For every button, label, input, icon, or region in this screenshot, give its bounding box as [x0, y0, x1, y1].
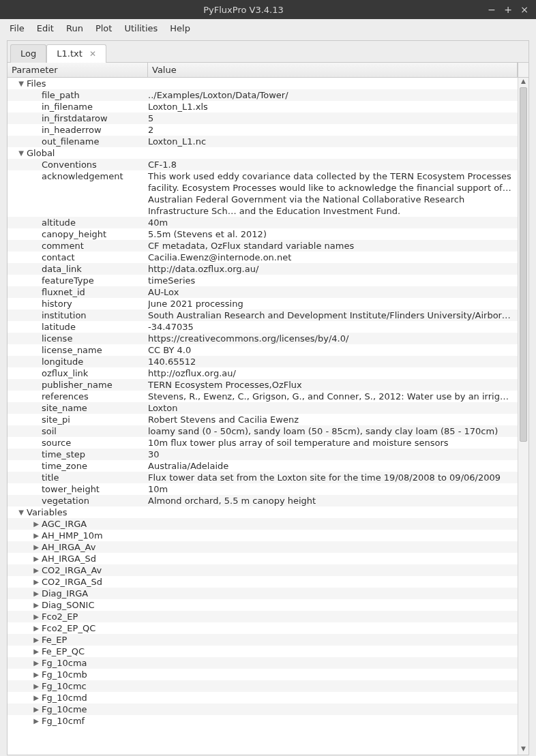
tree-var-Diag_IRGA[interactable]: ▶Diag_IRGA	[8, 588, 518, 599]
tree-var-Fe_EP_QC[interactable]: ▶Fe_EP_QC	[8, 646, 518, 657]
tree-leaf-site_pi[interactable]: site_piRobert Stevens and Cacilia Ewenz	[8, 414, 518, 425]
column-parameter[interactable]: Parameter	[8, 63, 148, 77]
value-cell: https://creativecommons.org/licenses/by/…	[148, 333, 518, 344]
tree-leaf-time_step[interactable]: time_step30	[8, 449, 518, 460]
tree-leaf-publisher_name[interactable]: publisher_nameTERN Ecosystem Processes,O…	[8, 379, 518, 391]
chevron-right-icon[interactable]: ▶	[32, 588, 40, 599]
tree-node-files[interactable]: ▼Files	[8, 78, 518, 89]
column-value[interactable]: Value	[148, 63, 518, 77]
param-label: file_path	[42, 89, 80, 101]
tree-var-CO2_IRGA_Av[interactable]: ▶CO2_IRGA_Av	[8, 564, 518, 576]
tree-leaf-references[interactable]: referencesStevens, R., Ewenz, C., Grigso…	[8, 391, 518, 402]
tree-leaf-file_path[interactable]: file_path../Examples/Loxton/Data/Tower/	[8, 89, 518, 101]
param-label: Fg_10cme	[42, 704, 87, 715]
value-cell: timeSeries	[148, 275, 518, 286]
tree-leaf-latitude[interactable]: latitude-34.47035	[8, 321, 518, 333]
tree-leaf-vegetation[interactable]: vegetationAlmond orchard, 5.5 m canopy h…	[8, 495, 518, 506]
tree-leaf-acknowledgement[interactable]: acknowledgementThis work used eddy covar…	[8, 170, 518, 217]
chevron-right-icon[interactable]: ▶	[32, 553, 40, 564]
tree-var-Fg_10cmf[interactable]: ▶Fg_10cmf	[8, 715, 518, 727]
vertical-scrollbar[interactable]: ▲ ▼	[518, 78, 528, 755]
chevron-right-icon[interactable]: ▶	[32, 646, 40, 657]
menu-file[interactable]: File	[10, 23, 25, 33]
tree-node-variables[interactable]: ▼Variables	[8, 506, 518, 518]
tree-leaf-contact[interactable]: contactCacilia.Ewenz@internode.on.net	[8, 252, 518, 263]
tree-var-Fco2_EP[interactable]: ▶Fco2_EP	[8, 611, 518, 622]
chevron-down-icon[interactable]: ▼	[17, 506, 25, 518]
menu-plot[interactable]: Plot	[95, 23, 113, 33]
chevron-right-icon[interactable]: ▶	[32, 715, 40, 727]
tree-var-Fg_10cma[interactable]: ▶Fg_10cma	[8, 657, 518, 669]
chevron-right-icon[interactable]: ▶	[32, 622, 40, 634]
tree-leaf-tower_height[interactable]: tower_height10m	[8, 483, 518, 495]
menu-utilities[interactable]: Utilities	[124, 23, 158, 33]
tree-var-Fg_10cmc[interactable]: ▶Fg_10cmc	[8, 680, 518, 692]
param-label: publisher_name	[42, 379, 113, 391]
tab-close-icon[interactable]: ✕	[89, 49, 96, 59]
chevron-right-icon[interactable]: ▶	[32, 611, 40, 622]
tree-leaf-data_link[interactable]: data_linkhttp://data.ozflux.org.au/	[8, 263, 518, 275]
maximize-icon[interactable]: +	[502, 4, 514, 15]
minimize-icon[interactable]: −	[486, 4, 498, 15]
tree-var-Fg_10cmd[interactable]: ▶Fg_10cmd	[8, 692, 518, 704]
tree-leaf-time_zone[interactable]: time_zoneAustralia/Adelaide	[8, 460, 518, 472]
chevron-right-icon[interactable]: ▶	[32, 541, 40, 553]
param-label: in_firstdatarow	[42, 112, 108, 124]
tree-var-AH_IRGA_Sd[interactable]: ▶AH_IRGA_Sd	[8, 553, 518, 564]
chevron-right-icon[interactable]: ▶	[32, 680, 40, 692]
tree-leaf-in_filename[interactable]: in_filenameLoxton_L1.xls	[8, 101, 518, 112]
chevron-right-icon[interactable]: ▶	[32, 669, 40, 680]
tree-leaf-license_name[interactable]: license_nameCC BY 4.0	[8, 344, 518, 356]
chevron-down-icon[interactable]: ▼	[17, 78, 25, 89]
tree-leaf-in_firstdatarow[interactable]: in_firstdatarow5	[8, 112, 518, 124]
tree-leaf-title[interactable]: titleFlux tower data set from the Loxton…	[8, 472, 518, 483]
tree-var-Fg_10cmb[interactable]: ▶Fg_10cmb	[8, 669, 518, 680]
chevron-right-icon[interactable]: ▶	[32, 634, 40, 646]
tree-var-CO2_IRGA_Sd[interactable]: ▶CO2_IRGA_Sd	[8, 576, 518, 588]
param-label: site_pi	[42, 414, 70, 425]
chevron-right-icon[interactable]: ▶	[32, 564, 40, 576]
chevron-right-icon[interactable]: ▶	[32, 704, 40, 715]
chevron-right-icon[interactable]: ▶	[32, 599, 40, 611]
tree-leaf-source[interactable]: source10m flux tower plus array of soil …	[8, 437, 518, 449]
tree-var-Diag_SONIC[interactable]: ▶Diag_SONIC	[8, 599, 518, 611]
tree-leaf-Conventions[interactable]: ConventionsCF-1.8	[8, 159, 518, 170]
tree-leaf-out_filename[interactable]: out_filenameLoxton_L1.nc	[8, 136, 518, 147]
close-icon[interactable]: ×	[518, 4, 531, 15]
tab-log[interactable]: Log	[10, 44, 46, 63]
tree-var-AH_HMP_10m[interactable]: ▶AH_HMP_10m	[8, 530, 518, 541]
menu-run[interactable]: Run	[66, 23, 83, 33]
tree-leaf-history[interactable]: historyJune 2021 processing	[8, 298, 518, 309]
tree-leaf-site_name[interactable]: site_nameLoxton	[8, 402, 518, 414]
chevron-right-icon[interactable]: ▶	[32, 692, 40, 704]
scroll-down-icon[interactable]: ▼	[518, 745, 528, 755]
tree-var-AH_IRGA_Av[interactable]: ▶AH_IRGA_Av	[8, 541, 518, 553]
tree-leaf-comment[interactable]: commentCF metadata, OzFlux standard vari…	[8, 240, 518, 252]
tree-var-Fe_EP[interactable]: ▶Fe_EP	[8, 634, 518, 646]
scroll-up-icon[interactable]: ▲	[518, 78, 528, 87]
chevron-right-icon[interactable]: ▶	[32, 576, 40, 588]
scroll-thumb[interactable]	[520, 87, 527, 442]
chevron-right-icon[interactable]: ▶	[32, 657, 40, 669]
tree-body[interactable]: ▼Filesfile_path../Examples/Loxton/Data/T…	[8, 78, 518, 755]
tree-leaf-featureType[interactable]: featureTypetimeSeries	[8, 275, 518, 286]
tree-leaf-canopy_height[interactable]: canopy_height5.5m (Stevens et al. 2012)	[8, 228, 518, 240]
tree-var-AGC_IRGA[interactable]: ▶AGC_IRGA	[8, 518, 518, 530]
tree-leaf-in_headerrow[interactable]: in_headerrow2	[8, 124, 518, 136]
tab-l1txt[interactable]: L1.txt ✕	[46, 44, 106, 63]
tree-node-global[interactable]: ▼Global	[8, 147, 518, 159]
chevron-down-icon[interactable]: ▼	[17, 147, 25, 159]
tree-leaf-ozflux_link[interactable]: ozflux_linkhttp://ozflux.org.au/	[8, 367, 518, 379]
tree-leaf-license[interactable]: licensehttps://creativecommons.org/licen…	[8, 333, 518, 344]
tree-leaf-longitude[interactable]: longitude140.65512	[8, 356, 518, 367]
tree-leaf-institution[interactable]: institutionSouth Australian Research and…	[8, 309, 518, 321]
tree-leaf-fluxnet_id[interactable]: fluxnet_idAU-Lox	[8, 286, 518, 298]
menu-edit[interactable]: Edit	[37, 23, 54, 33]
chevron-right-icon[interactable]: ▶	[32, 518, 40, 530]
tree-var-Fg_10cme[interactable]: ▶Fg_10cme	[8, 704, 518, 715]
chevron-right-icon[interactable]: ▶	[32, 530, 40, 541]
tree-leaf-soil[interactable]: soilloamy sand (0 - 50cm), sandy loam (5…	[8, 425, 518, 437]
tree-leaf-altitude[interactable]: altitude40m	[8, 217, 518, 228]
menu-help[interactable]: Help	[170, 23, 190, 33]
tree-var-Fco2_EP_QC[interactable]: ▶Fco2_EP_QC	[8, 622, 518, 634]
